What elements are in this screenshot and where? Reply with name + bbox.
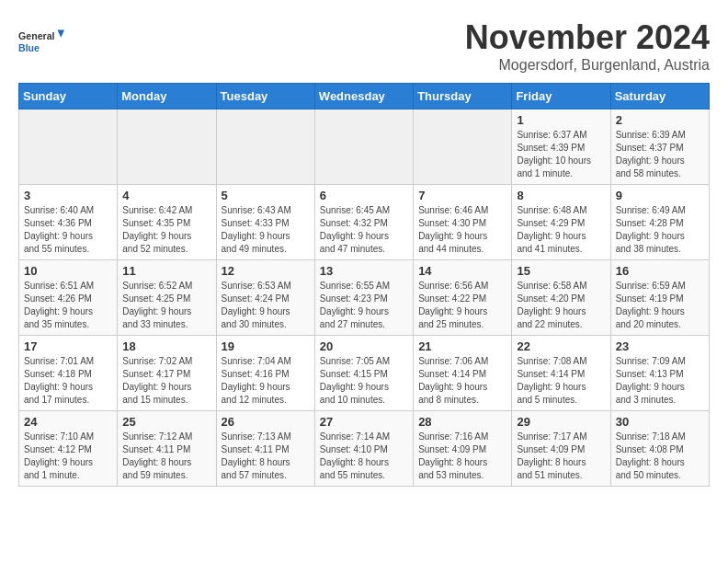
calendar-cell: 15Sunrise: 6:58 AM Sunset: 4:20 PM Dayli… <box>512 260 610 336</box>
day-number: 12 <box>222 264 310 278</box>
day-number: 30 <box>616 415 704 429</box>
day-number: 25 <box>122 415 210 429</box>
title-block: November 2024 Mogersdorf, Burgenland, Au… <box>465 18 710 74</box>
calendar-cell: 7Sunrise: 6:46 AM Sunset: 4:30 PM Daylig… <box>414 185 512 260</box>
day-info: Sunrise: 7:18 AM Sunset: 4:08 PM Dayligh… <box>616 431 704 482</box>
column-header-tuesday: Tuesday <box>216 84 314 109</box>
calendar-cell <box>19 109 118 185</box>
calendar-cell: 23Sunrise: 7:09 AM Sunset: 4:13 PM Dayli… <box>610 336 709 411</box>
calendar-cell <box>414 109 512 185</box>
day-number: 14 <box>418 264 506 278</box>
calendar-cell: 21Sunrise: 7:06 AM Sunset: 4:14 PM Dayli… <box>414 336 512 411</box>
calendar-cell: 11Sunrise: 6:52 AM Sunset: 4:25 PM Dayli… <box>118 260 216 336</box>
calendar-cell: 5Sunrise: 6:43 AM Sunset: 4:33 PM Daylig… <box>216 185 314 260</box>
svg-marker-2 <box>58 30 65 38</box>
calendar-cell: 3Sunrise: 6:40 AM Sunset: 4:36 PM Daylig… <box>19 185 118 260</box>
day-number: 11 <box>122 264 210 278</box>
calendar-cell: 26Sunrise: 7:13 AM Sunset: 4:11 PM Dayli… <box>216 411 314 487</box>
calendar-cell: 28Sunrise: 7:16 AM Sunset: 4:09 PM Dayli… <box>414 411 512 487</box>
day-number: 29 <box>517 415 605 429</box>
day-number: 7 <box>418 189 506 202</box>
column-header-friday: Friday <box>512 84 610 109</box>
day-info: Sunrise: 7:17 AM Sunset: 4:09 PM Dayligh… <box>517 431 605 482</box>
page-header: General Blue November 2024 Mogersdorf, B… <box>18 18 710 74</box>
day-info: Sunrise: 7:09 AM Sunset: 4:13 PM Dayligh… <box>616 355 704 407</box>
calendar-cell <box>216 109 314 185</box>
calendar-cell: 10Sunrise: 6:51 AM Sunset: 4:26 PM Dayli… <box>19 260 118 336</box>
day-info: Sunrise: 6:42 AM Sunset: 4:35 PM Dayligh… <box>122 204 210 256</box>
day-info: Sunrise: 6:59 AM Sunset: 4:19 PM Dayligh… <box>616 280 704 331</box>
day-info: Sunrise: 7:16 AM Sunset: 4:09 PM Dayligh… <box>418 431 506 482</box>
day-number: 26 <box>222 415 310 429</box>
calendar-cell: 4Sunrise: 6:42 AM Sunset: 4:35 PM Daylig… <box>118 185 216 260</box>
calendar-cell: 18Sunrise: 7:02 AM Sunset: 4:17 PM Dayli… <box>118 336 216 411</box>
day-info: Sunrise: 7:08 AM Sunset: 4:14 PM Dayligh… <box>517 355 605 407</box>
calendar-cell: 20Sunrise: 7:05 AM Sunset: 4:15 PM Dayli… <box>314 336 413 411</box>
calendar-cell: 17Sunrise: 7:01 AM Sunset: 4:18 PM Dayli… <box>19 336 118 411</box>
column-header-sunday: Sunday <box>19 84 118 109</box>
logo: General Blue <box>18 18 64 64</box>
location: Mogersdorf, Burgenland, Austria <box>465 57 710 74</box>
day-info: Sunrise: 6:43 AM Sunset: 4:33 PM Dayligh… <box>222 204 310 256</box>
day-info: Sunrise: 7:12 AM Sunset: 4:11 PM Dayligh… <box>122 431 210 482</box>
day-info: Sunrise: 7:01 AM Sunset: 4:18 PM Dayligh… <box>24 355 112 407</box>
calendar-header-row: SundayMondayTuesdayWednesdayThursdayFrid… <box>19 84 710 109</box>
day-number: 28 <box>418 415 506 429</box>
calendar-cell: 30Sunrise: 7:18 AM Sunset: 4:08 PM Dayli… <box>610 411 709 487</box>
day-info: Sunrise: 6:46 AM Sunset: 4:30 PM Dayligh… <box>418 204 506 256</box>
day-info: Sunrise: 7:06 AM Sunset: 4:14 PM Dayligh… <box>418 355 506 407</box>
day-info: Sunrise: 6:53 AM Sunset: 4:24 PM Dayligh… <box>222 280 310 331</box>
calendar-cell: 8Sunrise: 6:48 AM Sunset: 4:29 PM Daylig… <box>512 185 610 260</box>
day-info: Sunrise: 7:10 AM Sunset: 4:12 PM Dayligh… <box>24 431 112 482</box>
calendar-cell: 1Sunrise: 6:37 AM Sunset: 4:39 PM Daylig… <box>512 109 610 185</box>
day-number: 6 <box>320 189 408 202</box>
month-title: November 2024 <box>465 18 710 57</box>
calendar-cell <box>314 109 413 185</box>
day-number: 18 <box>122 339 210 353</box>
calendar-table: SundayMondayTuesdayWednesdayThursdayFrid… <box>18 83 710 487</box>
calendar-cell: 22Sunrise: 7:08 AM Sunset: 4:14 PM Dayli… <box>512 336 610 411</box>
calendar-cell: 13Sunrise: 6:55 AM Sunset: 4:23 PM Dayli… <box>314 260 413 336</box>
calendar-cell: 6Sunrise: 6:45 AM Sunset: 4:32 PM Daylig… <box>314 185 413 260</box>
day-number: 3 <box>24 189 112 202</box>
day-number: 1 <box>517 113 605 127</box>
day-number: 27 <box>320 415 408 429</box>
day-number: 20 <box>320 339 408 353</box>
column-header-wednesday: Wednesday <box>314 84 413 109</box>
calendar-cell: 16Sunrise: 6:59 AM Sunset: 4:19 PM Dayli… <box>610 260 709 336</box>
day-number: 17 <box>24 339 112 353</box>
day-number: 22 <box>517 339 605 353</box>
calendar-cell: 14Sunrise: 6:56 AM Sunset: 4:22 PM Dayli… <box>414 260 512 336</box>
calendar-cell: 9Sunrise: 6:49 AM Sunset: 4:28 PM Daylig… <box>610 185 709 260</box>
day-info: Sunrise: 6:51 AM Sunset: 4:26 PM Dayligh… <box>24 280 112 331</box>
day-info: Sunrise: 7:02 AM Sunset: 4:17 PM Dayligh… <box>122 355 210 407</box>
week-row-3: 10Sunrise: 6:51 AM Sunset: 4:26 PM Dayli… <box>19 260 710 336</box>
day-info: Sunrise: 7:04 AM Sunset: 4:16 PM Dayligh… <box>222 355 310 407</box>
calendar-cell: 25Sunrise: 7:12 AM Sunset: 4:11 PM Dayli… <box>118 411 216 487</box>
column-header-monday: Monday <box>118 84 216 109</box>
column-header-saturday: Saturday <box>610 84 709 109</box>
day-info: Sunrise: 7:14 AM Sunset: 4:10 PM Dayligh… <box>320 431 408 482</box>
day-info: Sunrise: 6:58 AM Sunset: 4:20 PM Dayligh… <box>517 280 605 331</box>
day-info: Sunrise: 6:39 AM Sunset: 4:37 PM Dayligh… <box>616 129 704 180</box>
day-number: 23 <box>616 339 704 353</box>
calendar-cell: 29Sunrise: 7:17 AM Sunset: 4:09 PM Dayli… <box>512 411 610 487</box>
day-number: 16 <box>616 264 704 278</box>
calendar-cell: 12Sunrise: 6:53 AM Sunset: 4:24 PM Dayli… <box>216 260 314 336</box>
day-number: 15 <box>517 264 605 278</box>
calendar-cell: 27Sunrise: 7:14 AM Sunset: 4:10 PM Dayli… <box>314 411 413 487</box>
day-info: Sunrise: 6:55 AM Sunset: 4:23 PM Dayligh… <box>320 280 408 331</box>
calendar-cell: 2Sunrise: 6:39 AM Sunset: 4:37 PM Daylig… <box>610 109 709 185</box>
week-row-4: 17Sunrise: 7:01 AM Sunset: 4:18 PM Dayli… <box>19 336 710 411</box>
day-info: Sunrise: 6:52 AM Sunset: 4:25 PM Dayligh… <box>122 280 210 331</box>
calendar-cell <box>118 109 216 185</box>
day-number: 8 <box>517 189 605 202</box>
calendar-cell: 24Sunrise: 7:10 AM Sunset: 4:12 PM Dayli… <box>19 411 118 487</box>
day-number: 9 <box>616 189 704 202</box>
logo-svg: General Blue <box>18 18 64 64</box>
day-info: Sunrise: 6:40 AM Sunset: 4:36 PM Dayligh… <box>24 204 112 256</box>
day-number: 13 <box>320 264 408 278</box>
week-row-2: 3Sunrise: 6:40 AM Sunset: 4:36 PM Daylig… <box>19 185 710 260</box>
column-header-thursday: Thursday <box>414 84 512 109</box>
day-number: 2 <box>616 113 704 127</box>
